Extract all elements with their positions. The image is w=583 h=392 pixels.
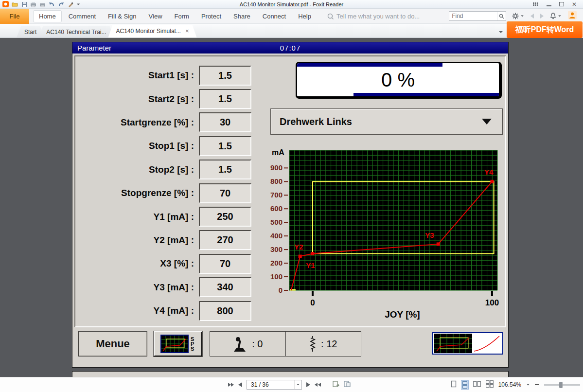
snapshot-icon[interactable]	[333, 380, 339, 389]
minimize-button[interactable]	[547, 2, 551, 6]
split-view-button[interactable]	[432, 332, 503, 355]
last-page-button[interactable]	[315, 380, 321, 389]
open-folder-icon[interactable]	[12, 1, 18, 7]
settings-gear-icon[interactable]	[512, 13, 524, 19]
parameter-value-box[interactable]: 1.5	[199, 160, 251, 179]
parameter-value-box[interactable]: 70	[199, 254, 251, 274]
parameter-label: X3 [%] :	[77, 258, 199, 269]
svg-text:900: 900	[270, 163, 283, 172]
zoom-slider-thumb[interactable]	[559, 382, 563, 388]
page-box-caret-icon[interactable]	[294, 380, 301, 389]
parameter-value-box[interactable]: 800	[199, 301, 251, 321]
percent-display: 0 %	[296, 62, 502, 99]
ribbon-tab-comment[interactable]: Comment	[63, 11, 101, 22]
forward-arrow-icon[interactable]	[540, 14, 544, 18]
facing-view-icon[interactable]	[473, 380, 481, 390]
menue-button[interactable]: Menue	[78, 331, 147, 356]
parameter-value-box[interactable]: 1.5	[199, 89, 251, 109]
restore-button[interactable]	[559, 2, 564, 6]
chevron-down-icon	[482, 119, 492, 125]
close-button[interactable]: ✕	[572, 2, 578, 7]
coil-value: : 12	[321, 339, 337, 350]
svg-text:700: 700	[270, 191, 283, 199]
panel-clock: 07:07	[72, 44, 508, 52]
parameter-value-box[interactable]: 70	[199, 183, 251, 203]
svg-text:500: 500	[270, 218, 283, 226]
continuous-view-icon[interactable]	[461, 381, 468, 389]
parameter-row: Y2 [mA] :270	[77, 229, 251, 252]
foxit-logo-icon	[2, 1, 9, 7]
parameter-value-box[interactable]: 250	[199, 207, 251, 227]
doc-tab-ac140-technical-trai[interactable]: AC140 Technical Trai...	[38, 26, 114, 37]
ribbon-tab-home[interactable]: Home	[33, 10, 62, 22]
mode-select-value: Drehwerk Links	[280, 116, 352, 127]
parameter-value-box[interactable]: 30	[199, 112, 251, 132]
doc-tab-ac140-monitor-simulat[interactable]: AC140 Monitor Simulat...×	[108, 25, 197, 37]
zoom-out-button[interactable]	[535, 384, 539, 385]
previous-page-button[interactable]	[238, 380, 242, 389]
page-number-box	[247, 380, 302, 390]
parameter-value-box[interactable]: 270	[199, 230, 251, 250]
ribbon-tab-share[interactable]: Share	[228, 11, 256, 22]
ribbon-tab-fill-sign[interactable]: Fill & Sign	[103, 11, 142, 22]
clipboard-icon[interactable]	[344, 380, 351, 389]
window-title: AC140 Monitor Simulator.pdf - Foxit Read…	[0, 1, 583, 7]
zoom-caret-icon[interactable]	[527, 384, 530, 386]
split-chart-icon	[434, 334, 501, 353]
back-arrow-icon[interactable]	[530, 14, 534, 18]
account-avatar[interactable]	[568, 11, 577, 21]
svg-text:100: 100	[270, 272, 283, 281]
parameter-label: Startgrenze [%] :	[77, 117, 199, 128]
parameter-chart-icon	[160, 335, 189, 353]
svg-text:Y2: Y2	[294, 243, 303, 251]
ribbon-tab-connect[interactable]: Connect	[257, 11, 291, 22]
quick-access-caret-icon[interactable]	[77, 3, 80, 5]
find-search-icon[interactable]	[497, 12, 506, 20]
save-icon[interactable]	[21, 1, 27, 7]
ribbon-tab-help[interactable]: Help	[293, 11, 317, 22]
sps-chart-button[interactable]: SPS	[154, 331, 202, 356]
svg-text:Y1: Y1	[306, 261, 315, 269]
joystick-status[interactable]: : 0	[210, 332, 285, 356]
parameter-row: Stopgrenze [%] :70	[77, 181, 251, 205]
parameter-label: Stop2 [s] :	[77, 164, 199, 175]
zoom-slider[interactable]	[544, 384, 580, 386]
foxit-reader-window: AC140 Monitor Simulator.pdf - Foxit Read…	[0, 0, 583, 392]
layout-grid-icon[interactable]	[533, 2, 539, 7]
quick-print-icon[interactable]	[39, 1, 46, 7]
single-page-view-icon[interactable]	[451, 380, 457, 390]
svg-text:Y3: Y3	[425, 231, 434, 239]
first-page-button[interactable]	[228, 380, 234, 389]
coil-status[interactable]: : 12	[285, 332, 361, 356]
tab-close-icon[interactable]: ×	[185, 28, 189, 34]
parameter-row: Y1 [mA] :250	[77, 205, 251, 228]
redo-icon[interactable]	[58, 1, 64, 7]
doc-tab-label: AC140 Monitor Simulat...	[116, 28, 181, 35]
parameter-row: Y4 [mA] :800	[77, 299, 251, 322]
pdf-to-word-badge[interactable]: 福昕PDF转Word	[507, 21, 583, 38]
find-input[interactable]	[449, 13, 497, 19]
ribbon-tab-view[interactable]: View	[143, 11, 168, 22]
titlebar: AC140 Monitor Simulator.pdf - Foxit Read…	[0, 0, 583, 9]
notification-bell-icon[interactable]	[550, 13, 562, 19]
signature-icon[interactable]	[67, 1, 73, 7]
zoom-level[interactable]: 106.54%	[498, 381, 521, 388]
tab-list-caret-icon[interactable]	[499, 31, 503, 33]
print-icon[interactable]	[30, 1, 36, 7]
mode-select[interactable]: Drehwerk Links	[270, 108, 503, 135]
ribbon-tab-form[interactable]: Form	[169, 11, 194, 22]
next-page-button[interactable]	[306, 380, 310, 389]
parameter-value-box[interactable]: 1.5	[199, 66, 251, 86]
parameter-value-box[interactable]: 340	[199, 277, 251, 297]
undo-icon[interactable]	[49, 1, 55, 7]
file-tab[interactable]: File	[0, 9, 29, 24]
page-number-input[interactable]	[247, 381, 294, 388]
svg-text:100: 100	[485, 298, 499, 307]
parameter-value-box[interactable]: 1.5	[199, 136, 251, 156]
ribbon-tab-protect[interactable]: Protect	[196, 11, 227, 22]
simulator-panel: Parameter 07:07 Start1 [s] :1.5Start2 [s…	[72, 42, 509, 368]
percent-value: 0 %	[381, 69, 415, 91]
parameter-row: Start1 [s] :1.5	[77, 64, 251, 87]
continuous-facing-view-icon[interactable]	[486, 380, 494, 390]
tell-me[interactable]: Tell me what you want to do...	[327, 13, 420, 20]
